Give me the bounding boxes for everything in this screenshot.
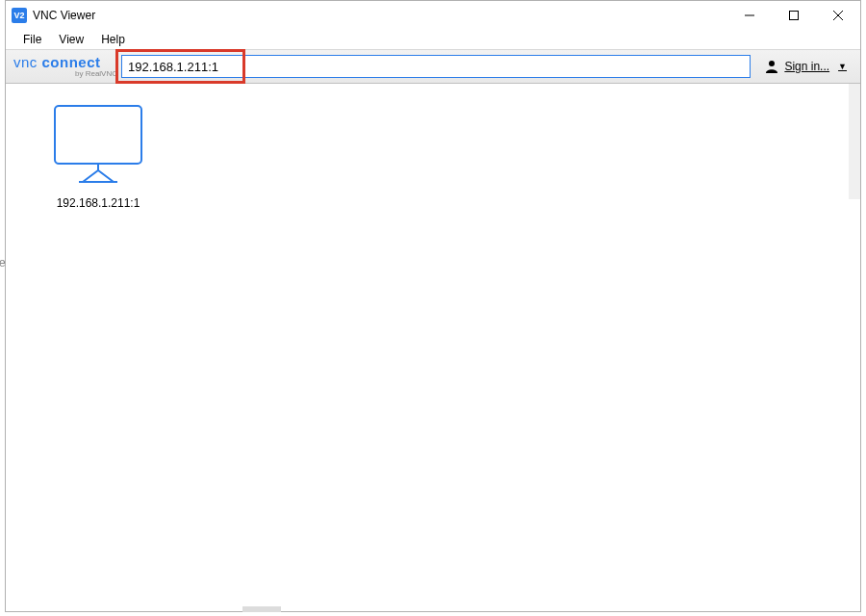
brand-subtitle: by RealVNC	[13, 70, 121, 78]
minimize-button[interactable]	[727, 1, 772, 30]
menu-file[interactable]: File	[15, 31, 49, 48]
svg-point-4	[769, 61, 775, 66]
chevron-down-icon: ▼	[838, 62, 847, 71]
maximize-button[interactable]	[772, 1, 816, 30]
address-wrap	[121, 55, 751, 78]
scrollbar[interactable]	[849, 84, 860, 199]
titlebar: V2 VNC Viewer	[6, 1, 860, 30]
brand-bold: connect	[42, 54, 101, 70]
content-area: 192.168.1.211:1	[6, 84, 860, 611]
toolbar: vnc connect by RealVNC Sign in... ▼	[6, 49, 860, 84]
menu-help[interactable]: Help	[93, 31, 133, 48]
menu-view[interactable]: View	[51, 31, 91, 48]
sign-in-button[interactable]: Sign in... ▼	[756, 59, 854, 74]
brand-logo: vnc connect by RealVNC	[6, 55, 121, 78]
resize-stub	[242, 606, 281, 612]
svg-rect-5	[55, 106, 141, 164]
window-controls	[727, 1, 860, 30]
user-icon	[764, 59, 779, 74]
monitor-icon	[54, 105, 142, 184]
address-input[interactable]	[121, 55, 751, 78]
connection-item[interactable]: 192.168.1.211:1	[40, 105, 156, 210]
menubar: File View Help	[6, 30, 860, 49]
connection-label: 192.168.1.211:1	[40, 196, 156, 210]
svg-rect-1	[790, 12, 799, 20]
app-icon: V2	[12, 8, 27, 23]
sign-in-label: Sign in...	[784, 60, 829, 73]
close-button[interactable]	[816, 1, 860, 30]
app-window: V2 VNC Viewer File View Help vnc connect…	[5, 0, 861, 612]
window-title: VNC Viewer	[33, 9, 95, 22]
titlebar-left: V2 VNC Viewer	[12, 8, 95, 23]
brand-thin: vnc	[13, 54, 42, 70]
